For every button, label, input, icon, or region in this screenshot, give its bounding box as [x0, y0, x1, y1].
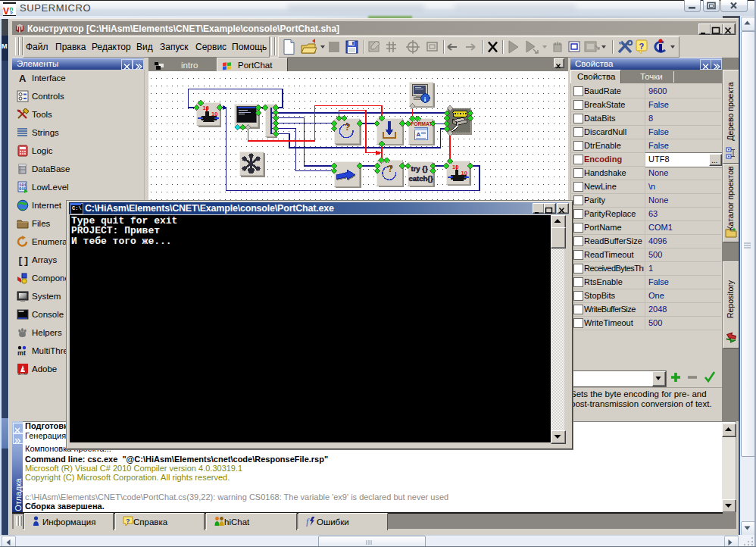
svg-text:2: 2 [10, 10, 14, 14]
svg-text:?: ? [126, 517, 130, 525]
svg-text:10: 10 [452, 164, 458, 170]
svg-text:FORMAT: FORMAT [411, 121, 433, 127]
svg-text:10: 10 [203, 105, 209, 111]
svg-text:A: A [417, 131, 421, 138]
svg-text:catch{}: catch{} [409, 174, 434, 183]
svg-text:ADOBE: ADOBE [18, 373, 28, 375]
svg-text:?: ? [345, 121, 351, 133]
svg-text:A: A [19, 73, 27, 84]
svg-text:?: ? [639, 42, 645, 51]
svg-text:[]: [] [17, 255, 29, 266]
svg-text:V: V [3, 6, 9, 14]
svg-text:?: ? [387, 163, 393, 174]
svg-text:mt: mt [17, 349, 26, 357]
svg-text:try {}: try {} [411, 164, 428, 173]
svg-text:f: f [306, 517, 310, 527]
